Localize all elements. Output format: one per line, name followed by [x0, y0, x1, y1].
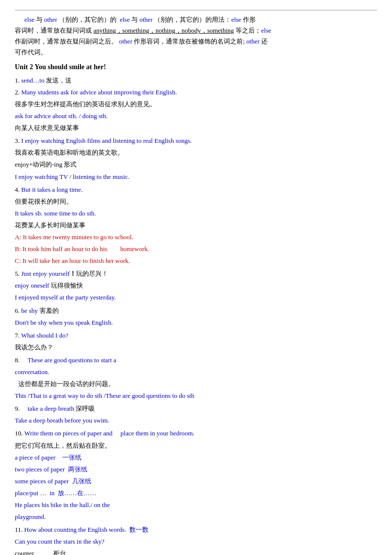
item-6: 6. be shy 害羞的 Don't be shy when you spea…: [15, 305, 377, 328]
item-10-subb-en: two pieces of paper 两张纸: [15, 466, 87, 473]
item-10-subc: some pieces of paper 几张纸: [15, 476, 377, 487]
item-2-sub1: ask for advice about sth. / doing sth.: [15, 111, 377, 122]
item-2-sub1-zh: 向某人征求意见做某事: [15, 123, 377, 133]
item-4-exB: B: It took him half an hour to do his ho…: [15, 244, 377, 255]
else-word2: else: [120, 16, 130, 23]
item-8-sub1: This /That is a great way to do sth /The…: [15, 390, 377, 401]
item-5-sub2-en: I enjoyed myself at the party yesterday.: [15, 294, 116, 301]
item-8-en: These are good questions to start a: [28, 356, 117, 364]
item-5-sub1: enjoy oneself 玩得很愉快: [15, 280, 377, 291]
item-10-subc-en: some pieces of paper 几张纸: [15, 477, 91, 485]
item-11-sub2-text: counter 柜台: [15, 550, 66, 555]
item-2: 2. Many students ask for advice about im…: [15, 87, 377, 133]
item-11-sub1-en: Can you count the stars in the sky?: [15, 538, 105, 545]
item-10-subd-en: place/put … in 放……在……: [15, 489, 96, 497]
item-4-exA-text: A: It takes me twenty minutes to go to s…: [15, 233, 133, 241]
item-7-main: 7. What should I do?: [15, 330, 377, 341]
item-10-num: 10.: [15, 429, 24, 437]
item-1-zh: 发送，送: [46, 77, 72, 84]
item-1: 1. send…to 发送，送: [15, 75, 377, 86]
item-10-subd: place/put … in 放……在……: [15, 488, 377, 499]
item-7-num: 7.: [15, 332, 21, 339]
item-10-main: 10. Write them on pieces of paper and pl…: [15, 428, 377, 439]
item-4: 4. But it takes a long time. 但要花很长的时间。 I…: [15, 184, 377, 267]
item-11-main: 11. How about counting the English words…: [15, 524, 377, 535]
unit-title: Unit 2 You should smile at her!: [15, 62, 377, 73]
else-word3: else: [231, 16, 241, 23]
intro-line1: else 与 other （别的，其它的）的 else 与 other （别的，…: [15, 16, 256, 23]
item-4-sub1-en: It takes sb. some time to do sth.: [15, 210, 96, 217]
page-content: else 与 other （别的，其它的）的 else 与 other （别的，…: [15, 10, 377, 555]
item-9-zh: 深呼吸: [74, 405, 95, 412]
item-11: 11. How about counting the English words…: [15, 524, 377, 555]
item-2-sub1-en: ask for advice about sth. / doing sth.: [15, 112, 108, 120]
other-word3: other: [119, 38, 132, 45]
item-5-sub1-zh: 玩得很愉快: [49, 282, 83, 289]
item-10-subb: two pieces of paper 两张纸: [15, 464, 377, 475]
item-8-en2-text: conversation.: [15, 368, 49, 376]
item-6-sub1-en: Don't be shy when you speak English.: [15, 319, 113, 326]
item-8-sub1-en: This /That is a great way to do sth /The…: [15, 392, 195, 399]
item-10-suba-en: a piece of paper 一张纸: [15, 454, 81, 461]
item-8-num: 8.: [15, 356, 26, 364]
item-6-zh: 害羞的: [38, 307, 59, 314]
item-9-sub1: Take a deep breath before you swim.: [15, 415, 377, 426]
item-5-en: Just enjoy yourself: [21, 270, 70, 277]
item-5-main: 5. Just enjoy yourself！玩的尽兴！: [15, 268, 377, 279]
item-5-num: 5.: [15, 270, 21, 277]
item-4-exA: A: It takes me twenty minutes to go to s…: [15, 232, 377, 243]
item-10-suba: a piece of paper 一张纸: [15, 452, 377, 463]
item-9: 9. take a deep breath 深呼吸 Take a deep br…: [15, 403, 377, 426]
item-9-sub1-en: Take a deep breath before you swim.: [15, 417, 109, 424]
item-3-sub1: enjoy+动词的-ing 形式: [15, 159, 377, 170]
item-7-zh: 我该怎么办？: [15, 342, 377, 353]
item-7: 7. What should I do? 我该怎么办？: [15, 330, 377, 353]
item-10-sube2: playground.: [15, 512, 377, 522]
item-4-sub1: It takes sb. some time to do sth.: [15, 208, 377, 219]
item-3-sub2-en: I enjoy watching TV / listening to the m…: [15, 173, 129, 180]
item-3-en: I enjoy watching English films and liste…: [21, 137, 192, 144]
item-11-num: 11.: [15, 526, 24, 533]
item-3: 3. I enjoy watching English films and li…: [15, 135, 377, 182]
item-4-exC: C: It will take her an hour to finish he…: [15, 256, 377, 266]
item-5: 5. Just enjoy yourself！玩的尽兴！ enjoy onese…: [15, 268, 377, 303]
item-4-exC-text: C: It will take her an hour to finish he…: [15, 257, 130, 264]
item-4-main: 4. But it takes a long time.: [15, 184, 377, 195]
item-3-num: 3.: [15, 137, 21, 144]
item-5-zh: 玩的尽兴！: [76, 270, 108, 277]
item-10: 10. Write them on pieces of paper and pl…: [15, 428, 377, 522]
intro-line2: 容词时，通常放在疑问词或 anything，something，nothing，…: [15, 27, 271, 34]
item-3-sub2: I enjoy watching TV / listening to the m…: [15, 171, 377, 182]
item-5-sub2: I enjoyed myself at the party yesterday.: [15, 292, 377, 303]
item-4-zh: 但要花很长的时间。: [15, 196, 377, 207]
item-8-main: 8. These are good questions to start a: [15, 355, 377, 366]
item-5-sub1-en: enjoy oneself: [15, 282, 49, 289]
item-2-num: 2.: [15, 88, 21, 96]
item-11-sub2: counter 柜台: [15, 548, 377, 555]
intro-line4: 可作代词。: [15, 48, 47, 56]
item-8-en2: conversation.: [15, 367, 377, 378]
item-6-main: 6. be shy 害羞的: [15, 305, 377, 316]
item-4-exB-text: B: It took him half an hour to do his ho…: [15, 245, 149, 253]
else-word1: else: [25, 16, 35, 23]
item-7-en: What should I do?: [21, 332, 69, 339]
item-11-en: How about counting the English words. 数一…: [24, 526, 149, 533]
intro-block: else 与 other （别的，其它的）的 else 与 other （别的，…: [15, 14, 377, 58]
item-6-sub1: Don't be shy when you speak English.: [15, 317, 377, 328]
item-4-num: 4.: [15, 186, 21, 193]
item-10-en: Write them on pieces of paper and place …: [24, 429, 195, 437]
item-6-en: be shy: [21, 307, 38, 314]
item-1-en: send…to: [21, 77, 44, 84]
item-4-en: But it takes a long time.: [21, 186, 82, 193]
item-10-zh: 把它们写在纸上，然后贴在卧室。: [15, 440, 377, 451]
item-9-main: 9. take a deep breath 深呼吸: [15, 403, 377, 414]
item-10-sube: He places his bike in the hall./ on the: [15, 500, 377, 511]
other-word1: other: [44, 16, 57, 23]
item-2-zh: 很多学生对怎样提高他们的英语征求别人的意见。: [15, 99, 377, 110]
intro-line3: 作副词时，通常放在疑问副词之后。 other 作形容词，通常放在被修饰的名词之前…: [15, 38, 268, 45]
item-4-sub1-zh: 花费某人多长时间做某事: [15, 220, 377, 231]
top-border: [15, 10, 377, 10]
item-10-sube2-en: playground.: [15, 513, 45, 520]
item-8: 8. These are good questions to start a c…: [15, 355, 377, 401]
item-6-num: 6.: [15, 307, 21, 314]
